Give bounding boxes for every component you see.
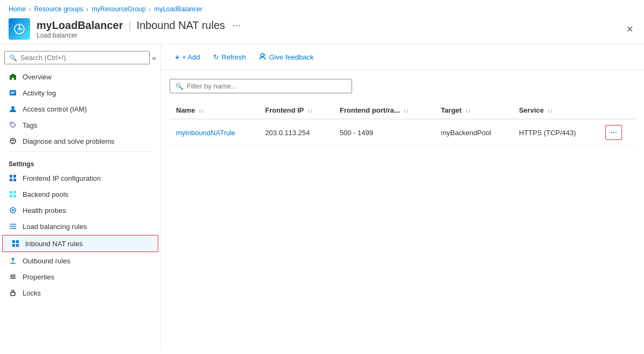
- cell-name: myInboundNATrule: [170, 119, 259, 146]
- sidebar-label-frontend-ip: Frontend IP configuration: [23, 174, 101, 182]
- svg-rect-15: [10, 195, 12, 197]
- sidebar-label-inbound-nat: Inbound NAT rules: [25, 240, 83, 248]
- svg-rect-14: [13, 191, 16, 194]
- svg-rect-11: [10, 179, 12, 181]
- feedback-icon: [259, 53, 266, 62]
- sort-service[interactable]: ↑↓: [547, 108, 553, 114]
- sidebar-item-activity-log[interactable]: Activity log: [0, 85, 160, 101]
- sidebar-item-inbound-nat[interactable]: Inbound NAT rules: [2, 235, 158, 252]
- breadcrumb-resource-groups[interactable]: Resource groups: [34, 5, 83, 13]
- cell-frontend-port: 500 - 1499: [333, 119, 434, 146]
- activity-log-icon: [9, 88, 17, 97]
- sidebar-item-iam[interactable]: Access control (IAM): [0, 101, 160, 117]
- filter-input[interactable]: [187, 82, 346, 90]
- svg-rect-22: [12, 240, 15, 243]
- resource-icon: [9, 18, 30, 40]
- diagnose-icon: [9, 137, 17, 145]
- frontend-ip-icon: [9, 174, 17, 182]
- col-header-service: Service ↑↓: [513, 102, 599, 119]
- svg-rect-4: [11, 93, 14, 94]
- refresh-icon: ↻: [213, 53, 219, 61]
- search-icon: 🔍: [9, 54, 17, 62]
- nat-rule-link[interactable]: myInboundNATrule: [176, 129, 236, 137]
- svg-rect-2: [10, 90, 16, 95]
- sidebar-item-lb-rules[interactable]: Load balancing rules: [0, 218, 160, 234]
- svg-rect-16: [13, 195, 16, 197]
- col-header-actions: [599, 102, 635, 119]
- sidebar-label-backend-pools: Backend pools: [23, 190, 68, 198]
- sidebar-label-tags: Tags: [23, 121, 37, 129]
- feedback-button[interactable]: Give feedback: [253, 50, 319, 64]
- cell-frontend-ip: 203.0.113.254: [259, 119, 333, 146]
- row-more-button[interactable]: ···: [605, 125, 622, 140]
- col-header-name: Name ↑↓: [170, 102, 259, 119]
- col-header-frontend-port: Frontend port/ra... ↑↓: [333, 102, 434, 119]
- main-content: + + Add ↻ Refresh Give feedback 🔍: [161, 45, 644, 350]
- sidebar-label-lb-rules: Load balancing rules: [23, 223, 87, 231]
- lb-rules-icon: [9, 222, 17, 231]
- sidebar-label-diagnose: Diagnose and solve problems: [23, 137, 114, 145]
- svg-rect-12: [13, 179, 16, 181]
- svg-point-18: [12, 209, 14, 211]
- svg-point-5: [11, 106, 14, 109]
- col-header-target: Target ↑↓: [434, 102, 513, 119]
- breadcrumb-my-load-balancer[interactable]: myLoadBalancer: [154, 5, 202, 13]
- sidebar-label-outbound-rules: Outbound rules: [23, 257, 70, 265]
- settings-section-label: Settings: [0, 154, 160, 170]
- sidebar-label-overview: Overview: [23, 73, 52, 81]
- sidebar-label-health-probes: Health probes: [23, 206, 66, 215]
- svg-rect-10: [13, 175, 16, 178]
- sidebar-item-locks[interactable]: Locks: [0, 285, 160, 301]
- table-row: myInboundNATrule 203.0.113.254 500 - 149…: [170, 119, 635, 146]
- sidebar-label-properties: Properties: [23, 273, 54, 281]
- sidebar-item-outbound-rules[interactable]: Outbound rules: [0, 253, 160, 269]
- breadcrumb: Home › Resource groups › myResourceGroup…: [0, 0, 644, 16]
- locks-icon: [9, 289, 17, 297]
- sidebar-item-frontend-ip[interactable]: Frontend IP configuration: [0, 170, 160, 186]
- svg-rect-3: [11, 92, 15, 93]
- sort-frontend-port[interactable]: ↑↓: [404, 108, 409, 114]
- sort-target[interactable]: ↑↓: [465, 108, 471, 114]
- inbound-nat-icon: [11, 239, 20, 248]
- svg-point-32: [261, 54, 264, 57]
- resource-subtitle: Load balancer: [36, 32, 240, 39]
- close-button[interactable]: ✕: [624, 22, 635, 36]
- outbound-rules-icon: [9, 256, 17, 265]
- cell-actions: ···: [599, 119, 635, 146]
- sidebar-item-diagnose[interactable]: Diagnose and solve problems: [0, 133, 160, 149]
- svg-point-6: [11, 123, 12, 124]
- collapse-button[interactable]: «: [152, 54, 156, 62]
- content-area: 🔍 Name ↑↓ Frontend IP ↑↓: [161, 70, 644, 350]
- sidebar-label-iam: Access control (IAM): [23, 105, 87, 113]
- sidebar-item-backend-pools[interactable]: Backend pools: [0, 186, 160, 202]
- page-title: Inbound NAT rules: [136, 19, 225, 32]
- svg-point-1: [18, 28, 20, 30]
- sidebar-item-tags[interactable]: Tags: [0, 117, 160, 133]
- sidebar-item-overview[interactable]: Overview: [0, 69, 160, 85]
- health-probes-icon: [9, 206, 17, 215]
- refresh-button[interactable]: ↻ Refresh: [208, 50, 252, 64]
- header-more-button[interactable]: ···: [232, 20, 240, 31]
- breadcrumb-my-resource-group[interactable]: myResourceGroup: [92, 5, 146, 13]
- add-icon: +: [175, 53, 179, 62]
- svg-rect-13: [10, 191, 12, 194]
- svg-rect-23: [16, 240, 19, 243]
- sidebar-item-properties[interactable]: Properties: [0, 269, 160, 285]
- svg-rect-24: [12, 244, 15, 247]
- properties-icon: [9, 272, 17, 281]
- sidebar-item-health-probes[interactable]: Health probes: [0, 202, 160, 218]
- breadcrumb-home[interactable]: Home: [9, 5, 26, 13]
- sidebar: 🔍 « Overview Activity log Access control…: [0, 45, 161, 350]
- svg-rect-9: [10, 175, 12, 178]
- sort-name[interactable]: ↑↓: [199, 108, 204, 114]
- sort-frontend-ip[interactable]: ↑↓: [308, 108, 313, 114]
- filter-icon: 🔍: [175, 83, 184, 90]
- add-button[interactable]: + + Add: [170, 50, 206, 64]
- svg-rect-25: [16, 244, 19, 247]
- search-input[interactable]: [20, 54, 145, 62]
- cell-target: myBackendPool: [434, 119, 513, 146]
- page-header: myLoadBalancer | Inbound NAT rules ··· L…: [0, 16, 644, 45]
- col-header-frontend-ip: Frontend IP ↑↓: [259, 102, 333, 119]
- settings-divider: [9, 151, 152, 152]
- toolbar: + + Add ↻ Refresh Give feedback: [161, 45, 644, 70]
